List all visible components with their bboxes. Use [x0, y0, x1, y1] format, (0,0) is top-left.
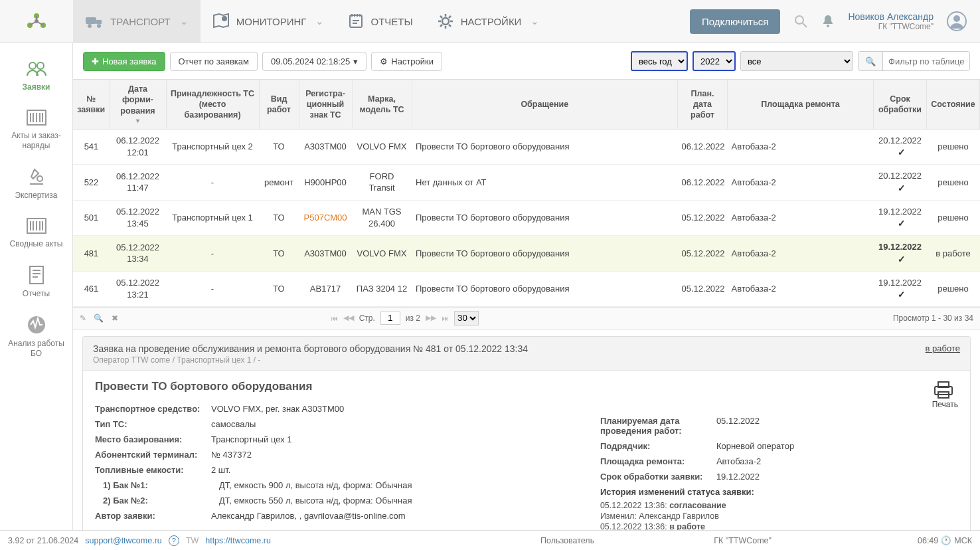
- page-number-input[interactable]: [380, 312, 400, 325]
- nav-settings[interactable]: НАСТРОЙКИ ⌄: [425, 0, 552, 43]
- detail-field: Место базирования:Транспортный цех 1: [95, 434, 560, 444]
- period-select[interactable]: весь год: [631, 51, 688, 71]
- scope-select[interactable]: все: [740, 51, 853, 71]
- search-icon[interactable]: [793, 14, 808, 29]
- sidebar-label: Сводные акты: [10, 239, 63, 249]
- svg-rect-7: [86, 17, 96, 24]
- sidebar-label: Акты и заказ-наряды: [3, 131, 70, 151]
- detail-heading: Провести ТО бортового оборудования: [95, 380, 312, 393]
- sidebar-item-reports[interactable]: Отчеты: [0, 258, 72, 308]
- history-line: 05.12.2022 13:36: в работе: [600, 522, 958, 530]
- detail-field: Площадка ремонта:Автобаза-2: [600, 456, 958, 466]
- page-first-icon[interactable]: ⏮: [331, 314, 338, 322]
- nav-transport[interactable]: ТРАНСПОРТ ⌄: [73, 0, 201, 43]
- zoom-icon[interactable]: 🔍: [94, 314, 104, 323]
- sidebar-item-acts[interactable]: Акты и заказ-наряды: [0, 102, 72, 160]
- page-next-icon[interactable]: ▶▶: [426, 314, 436, 322]
- footer-company: ГК "TTWCome": [714, 536, 772, 545]
- people-icon: [25, 60, 48, 78]
- datetime-select[interactable]: 09.05.2024 02:18:25 ▾: [262, 52, 367, 71]
- col-worktype[interactable]: Вид работ: [259, 80, 299, 129]
- sidebar-item-requests[interactable]: Заявки: [0, 53, 72, 102]
- nav-monitoring[interactable]: МОНИТОРИНГ ⌄: [201, 0, 337, 43]
- nav-label: ОТЧЕТЫ: [370, 16, 412, 27]
- svg-point-35: [37, 176, 42, 181]
- svg-point-10: [97, 24, 101, 28]
- detail-state-link[interactable]: в работе: [926, 343, 960, 353]
- svg-point-9: [88, 24, 92, 28]
- detail-field: Абонентский терминал:№ 437372: [95, 450, 560, 460]
- user-box: Новиков Александр ГК "TTWCome": [848, 11, 934, 31]
- history-line: Изменил: Александр Гаврилов: [600, 511, 958, 521]
- close-icon[interactable]: ✖: [112, 314, 118, 323]
- page-size-select[interactable]: 30: [454, 311, 479, 325]
- footer-version: 3.92 от 21.06.2024: [8, 536, 78, 545]
- map-pin-icon: [212, 13, 230, 30]
- page-prev-icon[interactable]: ◀◀: [343, 314, 354, 322]
- avatar-icon[interactable]: [947, 11, 967, 31]
- col-model[interactable]: Марка, модель ТС: [352, 80, 412, 129]
- user-name: Новиков Александр: [848, 11, 934, 22]
- svg-rect-42: [30, 266, 43, 284]
- notepad-icon: [348, 13, 364, 30]
- footer-tw: TW: [186, 536, 199, 545]
- button-label: Настройки: [391, 56, 434, 66]
- table-row[interactable]: 54106.12.202212:01Транспортный цех 2ТОА3…: [73, 129, 980, 164]
- year-select[interactable]: 2022: [693, 51, 736, 71]
- detail-field: Топливные емкости:2 шт.: [95, 465, 560, 475]
- svg-line-21: [449, 16, 451, 18]
- detail-field: Срок обработки заявки:19.12.2022: [600, 472, 958, 482]
- new-request-button[interactable]: ✚ Новая заявка: [83, 52, 165, 71]
- page-of: из 2: [406, 314, 420, 323]
- barcode-icon: [25, 108, 48, 127]
- svg-point-22: [795, 16, 803, 24]
- edit-icon[interactable]: ✎: [80, 314, 86, 323]
- sidebar-label: Заявки: [23, 82, 50, 92]
- sidebar-label: Экспертиза: [15, 191, 58, 201]
- col-site[interactable]: Площадка ремонта: [728, 80, 874, 129]
- sidebar-label: Отчеты: [23, 289, 50, 299]
- svg-point-11: [222, 16, 227, 21]
- nav-reports[interactable]: ОТЧЕТЫ: [336, 0, 424, 43]
- col-num[interactable]: № заявки: [73, 80, 110, 129]
- help-icon[interactable]: ?: [169, 535, 179, 546]
- barcode-icon: [25, 217, 48, 235]
- sort-icon: ▾: [114, 116, 162, 125]
- col-plandate[interactable]: План. дата работ: [678, 80, 728, 129]
- table-filter-input[interactable]: [883, 52, 969, 70]
- history-title: История изменений статуса заявки:: [600, 487, 958, 497]
- detail-field: Тип ТС:самосвалы: [95, 419, 560, 429]
- table-row[interactable]: 52206.12.202211:47-ремонтН900НР00FORD Tr…: [73, 165, 980, 200]
- sidebar-item-expertise[interactable]: Экспертиза: [0, 160, 72, 210]
- table-row[interactable]: 46105.12.202213:21-ТОАВ1717ПАЗ 3204 12Пр…: [73, 271, 980, 306]
- report-button[interactable]: Отчет по заявкам: [170, 52, 258, 71]
- footer-user-label: Пользователь: [540, 536, 594, 545]
- page-last-icon[interactable]: ⏭: [442, 314, 449, 322]
- col-owner[interactable]: Принадлежность ТС (место базирования): [166, 80, 259, 129]
- svg-point-26: [953, 15, 960, 22]
- search-icon[interactable]: 🔍: [858, 52, 883, 70]
- svg-point-24: [827, 25, 829, 27]
- col-state[interactable]: Состояние: [927, 80, 980, 129]
- col-date[interactable]: Дата форми-рования▾: [110, 80, 166, 129]
- sidebar-item-summary-acts[interactable]: Сводные акты: [0, 210, 72, 258]
- activity-icon: [27, 315, 46, 335]
- footer-support-link[interactable]: support@ttwcome.ru: [85, 536, 162, 545]
- bell-icon[interactable]: [821, 14, 835, 29]
- truck-icon: [85, 13, 104, 29]
- svg-point-28: [37, 62, 44, 69]
- settings-button[interactable]: ⚙ Настройки: [371, 52, 442, 71]
- table-row[interactable]: 48105.12.202213:34-ТОА303ТМ00VOLVO FMXПр…: [73, 236, 980, 271]
- col-plate[interactable]: Регистра-ционный знак ТС: [299, 80, 352, 129]
- col-issue[interactable]: Обращение: [412, 80, 678, 129]
- col-deadline[interactable]: Срок обработки: [874, 80, 927, 129]
- detail-field: 2) Бак №2:ДТ, емкость 550 л, высота н/д,…: [103, 496, 560, 505]
- table-row[interactable]: 50105.12.202213:45Транспортный цех 1ТОР5…: [73, 200, 980, 235]
- detail-title: Заявка на проведение обслуживания и ремо…: [93, 343, 960, 354]
- app-logo[interactable]: [0, 8, 73, 35]
- connect-button[interactable]: Подключиться: [690, 9, 780, 34]
- print-button[interactable]: Печать: [932, 380, 958, 409]
- sidebar-item-analysis[interactable]: Анализ работы БО: [0, 308, 72, 368]
- footer-url-link[interactable]: https://ttwcome.ru: [205, 536, 271, 545]
- svg-line-19: [449, 25, 451, 27]
